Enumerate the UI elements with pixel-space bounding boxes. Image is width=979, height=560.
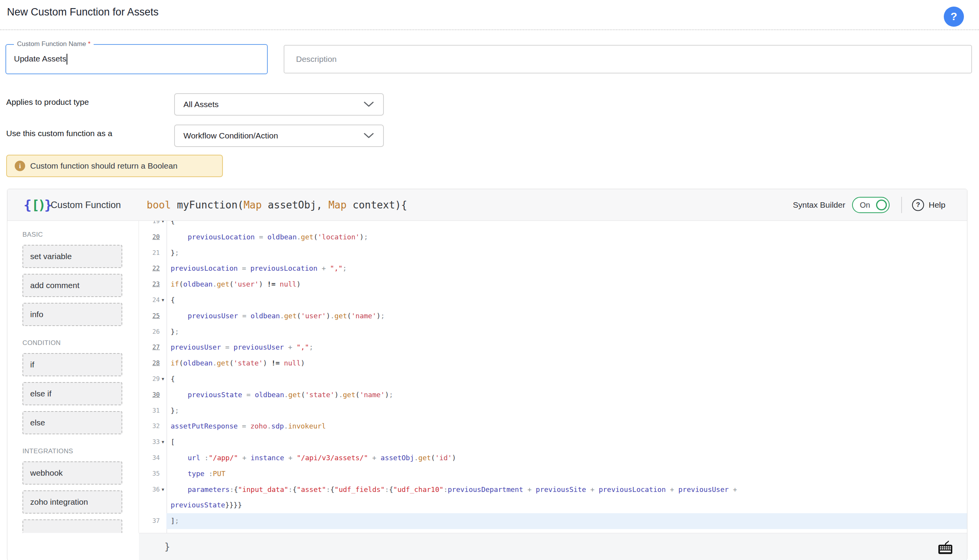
signature-token: Map xyxy=(329,199,347,211)
info-icon: i xyxy=(15,161,25,171)
code-line[interactable]: 23if(oldbean.get('user') != null) xyxy=(139,277,967,292)
code-line[interactable]: 37]; xyxy=(139,513,967,529)
editor-header: {[)} Custom Function bool myFunction(Map… xyxy=(7,189,967,221)
snippet-button-partially-visible[interactable] xyxy=(22,519,122,533)
code-text: if(oldbean.get('user') != null) xyxy=(171,277,966,292)
deluge-function-icon: {[)} xyxy=(24,197,52,213)
code-line[interactable]: 32assetPutResponse = zoho.sdp.invokeurl xyxy=(139,418,967,434)
line-number[interactable]: 23 xyxy=(139,277,160,292)
header-divider xyxy=(901,197,902,213)
signature-token: bool xyxy=(147,199,171,211)
line-number[interactable]: 22 xyxy=(139,261,160,277)
code-text: { xyxy=(171,292,966,308)
line-number[interactable]: 26 xyxy=(139,324,160,340)
line-number[interactable]: 37 xyxy=(139,513,160,529)
line-number[interactable]: 27 xyxy=(139,340,160,355)
line-number[interactable]: 25 xyxy=(139,308,160,324)
code-line[interactable]: 24▾{ xyxy=(139,292,967,308)
code-text: previousLocation = oldbean.get('location… xyxy=(171,229,966,245)
function-signature: bool myFunction(Map assetObj, Map contex… xyxy=(147,199,407,211)
text-caret xyxy=(67,54,67,65)
snippet-button-if[interactable]: if xyxy=(22,353,122,376)
code-text: type :PUT xyxy=(171,466,966,482)
code-lines: 19▾{20previousLocation = oldbean.get('lo… xyxy=(139,221,967,529)
snippet-button-zoho-integration[interactable]: zoho integration xyxy=(22,490,122,514)
line-number[interactable]: 30 xyxy=(139,387,160,403)
description-placeholder: Description xyxy=(296,55,337,64)
syntax-builder-label: Syntax Builder xyxy=(793,200,845,210)
code-line[interactable]: 20previousLocation = oldbean.get('locati… xyxy=(139,229,967,245)
required-asterisk: * xyxy=(88,40,91,48)
code-line[interactable]: 29▾{ xyxy=(139,371,967,387)
page-title: New Custom Function for Assets xyxy=(7,6,159,18)
usage-select[interactable]: Workflow Condition/Action xyxy=(174,125,384,147)
code-text: if(oldbean.get('state') != null) xyxy=(171,355,966,371)
custom-function-name-field[interactable]: Custom Function Name * Update Assets xyxy=(5,44,268,74)
fold-toggle-icon[interactable]: ▾ xyxy=(160,482,166,498)
fold-toggle-icon[interactable]: ▾ xyxy=(160,434,166,450)
code-line[interactable]: 31}; xyxy=(139,403,967,419)
code-text: }; xyxy=(171,245,966,261)
code-text: }; xyxy=(171,403,966,419)
new-custom-function-page: New Custom Function for Assets ? Custom … xyxy=(0,0,979,560)
code-text: previousState}}}} xyxy=(171,497,966,513)
snippet-button-info[interactable]: info xyxy=(22,303,122,326)
syntax-builder-toggle[interactable]: On xyxy=(852,197,890,213)
snippet-button-else-if[interactable]: else if xyxy=(22,382,122,405)
line-number[interactable]: 19 xyxy=(139,221,160,229)
product-type-select[interactable]: All Assets xyxy=(174,93,384,116)
editor-help-button[interactable]: ? Help xyxy=(912,199,945,211)
signature-token: Map xyxy=(243,199,262,211)
snippet-button-else[interactable]: else xyxy=(22,411,122,434)
code-line[interactable]: 21}; xyxy=(139,245,967,261)
sidebar-section-heading: INTEGRATIONS xyxy=(22,447,139,455)
snippet-button-webhook[interactable]: webhook xyxy=(22,461,122,485)
code-text: assetPutResponse = zoho.sdp.invokeurl xyxy=(171,418,966,434)
code-line[interactable]: 30previousState = oldbean.get('state').g… xyxy=(139,387,967,403)
snippet-button-add-comment[interactable]: add comment xyxy=(22,274,122,297)
line-number[interactable]: 32 xyxy=(139,418,160,434)
line-number[interactable]: 28 xyxy=(139,355,160,371)
code-line[interactable]: 22previousLocation = previousLocation + … xyxy=(139,261,967,277)
code-line[interactable]: 26}; xyxy=(139,324,967,340)
line-number[interactable]: 35 xyxy=(139,466,160,482)
code-line[interactable]: 28if(oldbean.get('state') != null) xyxy=(139,355,967,371)
line-number[interactable]: 33 xyxy=(139,434,160,450)
code-text: previousState = oldbean.get('state').get… xyxy=(171,387,966,403)
code-line[interactable]: 19▾{ xyxy=(139,221,967,229)
code-line-wrap[interactable]: previousState}}}} xyxy=(139,497,967,513)
code-line[interactable]: 35type :PUT xyxy=(139,466,967,482)
code-line[interactable]: 33▾[ xyxy=(139,434,967,450)
custom-function-editor: {[)} Custom Function bool myFunction(Map… xyxy=(7,189,967,560)
code-editor[interactable]: 19▾{20previousLocation = oldbean.get('lo… xyxy=(139,221,967,533)
line-number[interactable]: 29 xyxy=(139,371,160,387)
fold-toggle-icon[interactable]: ▾ xyxy=(160,371,166,387)
code-line[interactable]: 36▾parameters:{"input_data":{"asset":{"u… xyxy=(139,482,967,498)
keyboard-icon[interactable] xyxy=(937,540,954,555)
fold-toggle-icon[interactable]: ▾ xyxy=(160,292,166,308)
code-line[interactable]: 34url :"/app/" + instance + "/api/v3/ass… xyxy=(139,450,967,466)
code-line[interactable]: 25previousUser = oldbean.get('user').get… xyxy=(139,308,967,324)
code-text: [ xyxy=(171,434,966,450)
code-line[interactable]: 27previousUser = previousUser + ","; xyxy=(139,340,967,355)
name-field-value: Update Assets xyxy=(14,54,67,65)
dotted-divider xyxy=(0,29,979,30)
signature-token: myFunction( xyxy=(171,199,244,211)
help-label: Help xyxy=(929,200,945,210)
line-number[interactable]: 20 xyxy=(139,229,160,245)
line-number[interactable]: 34 xyxy=(139,450,160,466)
fold-toggle-icon[interactable]: ▾ xyxy=(160,221,166,229)
code-text: previousLocation = previousLocation + ",… xyxy=(171,261,966,277)
usage-label: Use this custom function as a xyxy=(6,129,112,138)
line-number[interactable]: 24 xyxy=(139,292,160,308)
description-field[interactable]: Description xyxy=(284,45,972,73)
snippet-button-set-variable[interactable]: set variable xyxy=(22,245,122,268)
line-number[interactable]: 31 xyxy=(139,403,160,419)
code-text: ]; xyxy=(171,513,966,529)
code-text: parameters:{"input_data":{"asset":{"udf_… xyxy=(171,482,966,498)
line-number[interactable]: 21 xyxy=(139,245,160,261)
page-help-button[interactable]: ? xyxy=(944,7,964,27)
line-number[interactable]: 36 xyxy=(139,482,160,498)
editor-title: Custom Function xyxy=(51,200,121,210)
code-text: url :"/app/" + instance + "/api/v3/asset… xyxy=(171,450,966,466)
